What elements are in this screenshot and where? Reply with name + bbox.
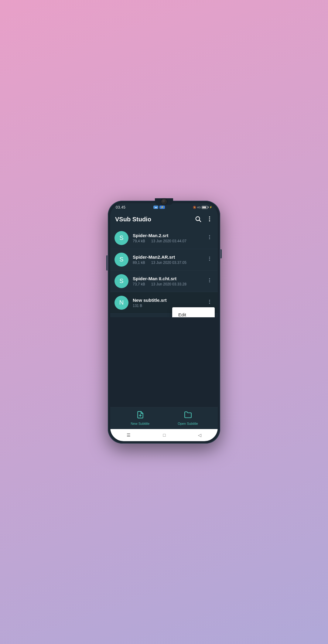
nav-menu-button[interactable]: ☰ [127,433,131,438]
file-date: 13 Jun 2020 03.33.28 [151,282,186,286]
avatar: S [114,253,128,267]
file-size: 79,4 kB [133,239,145,243]
bottom-nav: New Subtitle Open Subtitle [110,407,218,429]
file-more-button[interactable] [206,233,214,243]
svg-point-14 [209,300,210,301]
new-subtitle-nav-item[interactable]: New Subtitle [116,411,164,425]
camera-lens [161,199,167,204]
power-button [220,249,222,258]
svg-point-3 [209,218,210,220]
file-more-button[interactable] [206,298,214,307]
file-meta: 89,1 kB 13 Jun 2020 03.37.05 [133,261,206,265]
svg-point-12 [209,280,210,281]
file-name: Spider-Man2.AR.srt [133,254,206,260]
svg-point-9 [209,258,210,259]
open-subtitle-nav-item[interactable]: Open Subtitle [164,411,212,425]
phone-frame: 03.45 ☁ ⚡ 🔕 4G ⚡ VSub Studio [108,201,220,444]
avatar: N [114,296,128,310]
search-button[interactable] [195,216,201,223]
file-more-button[interactable] [206,276,214,286]
context-menu: Edit Delete [172,307,215,317]
file-meta: 73,7 kB 13 Jun 2020 03.33.28 [133,282,206,286]
avatar: S [114,274,128,288]
file-info: Spider-Man2.AR.srt 89,1 kB 13 Jun 2020 0… [133,254,206,265]
file-item[interactable]: S Spider-Man2.AR.srt 89,1 kB 13 Jun 2020… [110,249,218,271]
phone-screen: 03.45 ☁ ⚡ 🔕 4G ⚡ VSub Studio [110,203,218,441]
avatar: S [114,231,128,245]
file-item[interactable]: S Spider-Man.2.srt 79,4 kB 13 Jun 2020 0… [110,227,218,249]
file-size: 73,7 kB [133,282,145,286]
svg-point-4 [209,220,210,222]
file-date: 13 Jun 2020 03.44.07 [151,239,186,243]
svg-point-11 [209,278,210,279]
file-more-button[interactable] [206,255,214,264]
battery-icon: ⚡ [202,206,212,209]
network-icon: 4G [197,206,201,209]
svg-point-16 [209,303,210,304]
svg-point-5 [209,235,210,236]
usb-icon: ⚡ [159,206,165,209]
svg-point-13 [209,281,210,282]
svg-point-15 [209,302,210,302]
cloud-icon: ☁ [153,206,158,209]
file-list: S Spider-Man.2.srt 79,4 kB 13 Jun 2020 0… [110,227,218,317]
file-info: Spider-Man II.cht.srt 73,7 kB 13 Jun 202… [133,276,206,286]
volume-button [106,255,108,271]
open-subtitle-icon [184,411,192,421]
status-right-icons: 🔕 4G ⚡ [193,206,212,209]
file-info: New subtitle.srt 131 B [133,298,206,308]
file-info: Spider-Man.2.srt 79,4 kB 13 Jun 2020 03.… [133,233,206,243]
svg-point-8 [209,257,210,257]
system-nav-bar: ☰ □ ◁ [110,429,218,441]
file-name: New subtitle.srt [133,298,206,303]
file-meta: 79,4 kB 13 Jun 2020 03.44.07 [133,239,206,243]
new-subtitle-label: New Subtitle [131,422,150,425]
empty-area [110,317,218,407]
file-name: Spider-Man II.cht.srt [133,276,206,281]
svg-point-2 [209,216,210,218]
file-item[interactable]: S Spider-Man II.cht.srt 73,7 kB 13 Jun 2… [110,271,218,292]
svg-point-10 [209,260,210,261]
more-options-button[interactable] [206,216,213,223]
app-bar-actions [195,216,213,223]
camera-bump [155,198,173,205]
nav-home-button[interactable]: □ [163,433,166,438]
file-item[interactable]: N New subtitle.srt 131 B Edit [110,292,218,314]
svg-point-6 [209,237,210,238]
file-size: 89,1 kB [133,261,145,265]
mute-icon: 🔕 [193,206,196,209]
app-bar: VSub Studio [110,212,218,227]
notification-icons: ☁ ⚡ [153,206,165,209]
status-time: 03.45 [116,205,126,210]
file-size: 131 B [133,304,142,308]
svg-line-1 [199,220,201,222]
open-subtitle-label: Open Subtitle [178,422,198,425]
nav-back-button[interactable]: ◁ [198,433,201,438]
file-date: 13 Jun 2020 03.37.05 [151,261,186,265]
file-name: Spider-Man.2.srt [133,233,206,238]
app-title: VSub Studio [115,216,195,223]
svg-point-7 [209,238,210,239]
context-menu-edit[interactable]: Edit [172,307,215,317]
new-subtitle-icon [136,411,144,421]
